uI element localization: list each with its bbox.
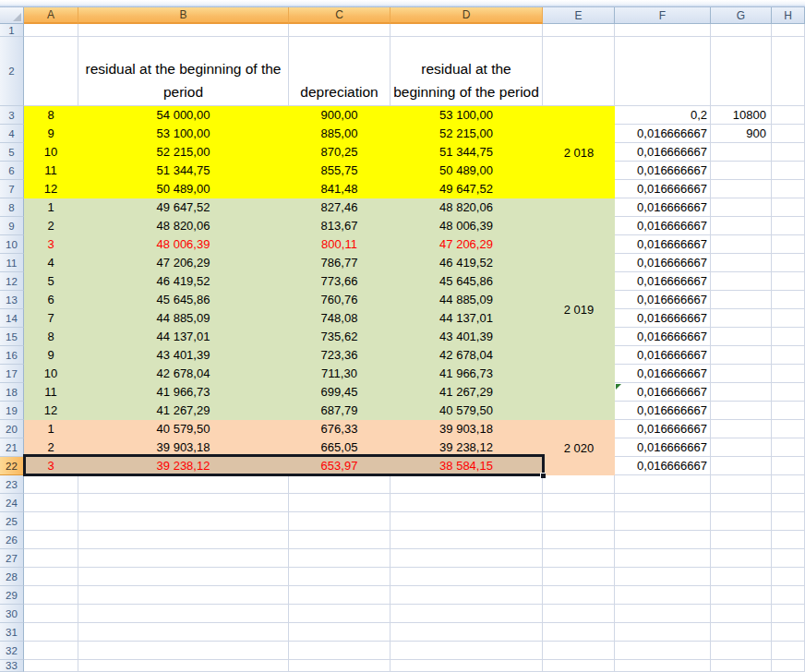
cell-F29[interactable] <box>615 586 711 605</box>
cell-E24[interactable] <box>543 494 615 512</box>
cell-H19[interactable] <box>772 402 805 420</box>
cell-D27[interactable] <box>390 549 543 568</box>
cell-G5[interactable] <box>711 143 772 162</box>
row-header-30[interactable]: 30 <box>0 605 24 623</box>
cell-C32[interactable] <box>289 642 390 660</box>
column-header-G[interactable]: G <box>711 7 772 24</box>
cell-D16[interactable]: 42 678,04 <box>390 346 543 365</box>
row-header-1[interactable]: 1 <box>0 24 24 37</box>
cell-D23[interactable] <box>390 475 543 494</box>
cell-H3[interactable] <box>772 106 805 125</box>
cell-D9[interactable]: 48 006,39 <box>390 217 543 235</box>
cell-G14[interactable] <box>711 309 772 328</box>
cell-A27[interactable] <box>24 549 78 568</box>
cell-E26[interactable] <box>543 531 615 549</box>
cell-F33[interactable] <box>615 660 711 672</box>
cell-H21[interactable] <box>772 438 805 457</box>
cell-G27[interactable] <box>711 549 772 568</box>
cell-B24[interactable] <box>78 494 289 512</box>
cell-H12[interactable] <box>772 272 805 291</box>
cell-C3[interactable]: 900,00 <box>289 106 390 125</box>
row-header-12[interactable]: 12 <box>0 272 24 291</box>
cell-E31[interactable] <box>543 623 615 642</box>
cell-E1[interactable] <box>543 24 615 37</box>
cell-A20[interactable]: 1 <box>24 420 78 438</box>
cell-F1[interactable] <box>615 24 711 37</box>
cell-F8[interactable]: 0,016666667 <box>615 198 711 217</box>
cell-F2[interactable] <box>615 37 711 106</box>
cell-H1[interactable] <box>772 24 805 37</box>
cell-E14[interactable] <box>543 309 615 328</box>
cell-D33[interactable] <box>390 660 543 672</box>
row-header-20[interactable]: 20 <box>0 420 24 438</box>
cell-G32[interactable] <box>711 642 772 660</box>
row-header-10[interactable]: 10 <box>0 235 24 254</box>
cell-G23[interactable] <box>711 475 772 494</box>
cell-B16[interactable]: 43 401,39 <box>78 346 289 365</box>
cell-G20[interactable] <box>711 420 772 438</box>
cell-B14[interactable]: 44 885,09 <box>78 309 289 328</box>
row-header-27[interactable]: 27 <box>0 549 24 568</box>
cell-A26[interactable] <box>24 531 78 549</box>
cell-E12[interactable] <box>543 272 615 291</box>
cell-G8[interactable] <box>711 198 772 217</box>
cell-A8[interactable]: 1 <box>24 198 78 217</box>
column-header-H[interactable]: H <box>772 7 805 24</box>
cell-B3[interactable]: 54 000,00 <box>78 106 289 125</box>
row-header-9[interactable]: 9 <box>0 217 24 235</box>
cell-H16[interactable] <box>772 346 805 365</box>
cell-B19[interactable]: 41 267,29 <box>78 402 289 420</box>
cell-A33[interactable] <box>24 660 78 672</box>
row-header-31[interactable]: 31 <box>0 623 24 642</box>
row-header-25[interactable]: 25 <box>0 512 24 531</box>
cell-G1[interactable] <box>711 24 772 37</box>
cell-A23[interactable] <box>24 475 78 494</box>
cell-G25[interactable] <box>711 512 772 531</box>
cell-H9[interactable] <box>772 217 805 235</box>
cell-H22[interactable] <box>772 457 805 475</box>
cell-E6[interactable] <box>543 162 615 180</box>
cell-C22[interactable]: 653,97 <box>289 457 390 475</box>
cell-D12[interactable]: 45 645,86 <box>390 272 543 291</box>
cell-D10[interactable]: 47 206,29 <box>390 235 543 254</box>
cell-A5[interactable]: 10 <box>24 143 78 162</box>
cell-E3[interactable] <box>543 106 615 125</box>
cell-F7[interactable]: 0,016666667 <box>615 180 711 198</box>
row-header-24[interactable]: 24 <box>0 494 24 512</box>
cell-F27[interactable] <box>615 549 711 568</box>
cell-D21[interactable]: 39 238,12 <box>390 438 543 457</box>
cell-A3[interactable]: 8 <box>24 106 78 125</box>
row-header-13[interactable]: 13 <box>0 291 24 309</box>
cell-E27[interactable] <box>543 549 615 568</box>
cell-H23[interactable] <box>772 475 805 494</box>
cell-D28[interactable] <box>390 568 543 586</box>
cell-E21[interactable] <box>543 438 615 457</box>
cell-A30[interactable] <box>24 605 78 623</box>
cell-A29[interactable] <box>24 586 78 605</box>
row-header-19[interactable]: 19 <box>0 402 24 420</box>
cell-C8[interactable]: 827,46 <box>289 198 390 217</box>
column-header-A[interactable]: A <box>24 7 78 24</box>
cell-A31[interactable] <box>24 623 78 642</box>
column-header-D[interactable]: D <box>390 7 543 24</box>
cell-B20[interactable]: 40 579,50 <box>78 420 289 438</box>
cell-F21[interactable]: 0,016666667 <box>615 438 711 457</box>
cell-C24[interactable] <box>289 494 390 512</box>
cell-B25[interactable] <box>78 512 289 531</box>
cell-C7[interactable]: 841,48 <box>289 180 390 198</box>
row-header-21[interactable]: 21 <box>0 438 24 457</box>
cell-H8[interactable] <box>772 198 805 217</box>
cell-D13[interactable]: 44 885,09 <box>390 291 543 309</box>
row-header-6[interactable]: 6 <box>0 162 24 180</box>
cell-H5[interactable] <box>772 143 805 162</box>
cell-B6[interactable]: 51 344,75 <box>78 162 289 180</box>
cell-E20[interactable] <box>543 420 615 438</box>
cell-G24[interactable] <box>711 494 772 512</box>
cell-H31[interactable] <box>772 623 805 642</box>
cell-H24[interactable] <box>772 494 805 512</box>
cell-F16[interactable]: 0,016666667 <box>615 346 711 365</box>
cell-D18[interactable]: 41 267,29 <box>390 383 543 402</box>
row-header-11[interactable]: 11 <box>0 254 24 272</box>
cell-C2[interactable]: depreciation <box>289 37 390 106</box>
cell-C20[interactable]: 676,33 <box>289 420 390 438</box>
